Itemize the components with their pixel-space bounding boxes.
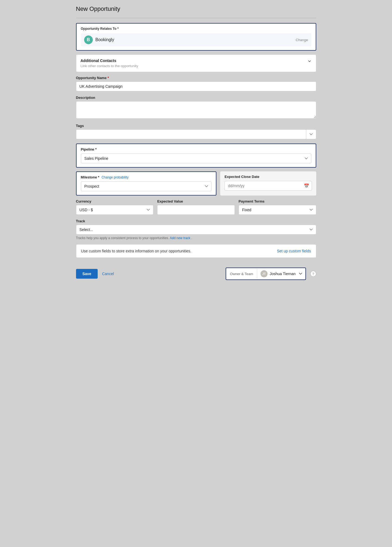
expected-value-input[interactable] (157, 205, 235, 215)
tags-section: Tags (76, 124, 316, 139)
opportunity-name-label: Opportunity Name * (76, 76, 316, 80)
currency-select[interactable]: USD - $ (76, 205, 154, 215)
owner-team-section: Owner & Team JT Joshua Tiernan (226, 268, 306, 280)
close-date-input[interactable] (225, 181, 312, 191)
close-date-section: Expected Close Date 📅 (220, 171, 316, 196)
expected-value-field: Expected Value (157, 199, 235, 215)
change-probability-link[interactable]: Change probability (101, 175, 129, 179)
currency-label: Currency (76, 199, 154, 203)
footer-right: Owner & Team JT Joshua Tiernan ? (226, 268, 316, 280)
owner-team-label: Owner & Team (226, 269, 257, 279)
pipeline-label: Pipeline * (81, 147, 311, 151)
expected-value-label: Expected Value (157, 199, 235, 203)
tags-row (76, 129, 316, 139)
description-label: Description (76, 96, 316, 100)
company-name: Bookingly (95, 37, 114, 42)
opportunity-name-section: Opportunity Name * (76, 76, 316, 91)
payment-terms-field: Payment Terms Fixed (239, 199, 316, 215)
tracks-help-text: Tracks help you apply a consistent proce… (76, 236, 316, 240)
title-divider (76, 18, 316, 18)
description-input[interactable] (76, 101, 316, 119)
help-icon[interactable]: ? (310, 271, 316, 277)
pipeline-section: Pipeline * Sales Pipeline (76, 144, 316, 168)
page-title: New Opportunity (76, 5, 316, 12)
cancel-button[interactable]: Cancel (102, 272, 114, 276)
additional-contacts-subtitle: Link other contacts to the opportunity (81, 64, 138, 68)
milestone-section: Milestone * Change probability Prospect (76, 171, 217, 196)
additional-contacts-section[interactable]: Additional Contacts Link other contacts … (76, 54, 316, 72)
close-date-label: Expected Close Date (225, 175, 312, 179)
relates-to-row: B Bookingly Change (81, 33, 311, 46)
payment-terms-label: Payment Terms (239, 199, 316, 203)
tags-chevron-icon[interactable] (306, 130, 316, 139)
milestone-label: Milestone * (81, 175, 100, 179)
milestone-close-row: Milestone * Change probability Prospect … (76, 171, 316, 196)
pipeline-select[interactable]: Sales Pipeline (81, 154, 311, 163)
custom-fields-text: Use custom fields to store extra informa… (81, 249, 192, 253)
milestone-select[interactable]: Prospect (81, 181, 212, 191)
owner-name: Joshua Tiernan (270, 272, 296, 276)
relates-to-label: Opportunity Relates To * (81, 27, 311, 31)
track-section: Track Select... (76, 219, 316, 235)
opportunity-name-input[interactable] (76, 82, 316, 91)
date-input-wrap: 📅 (225, 181, 312, 191)
owner-select-wrap[interactable]: JT Joshua Tiernan (257, 268, 305, 279)
description-section: Description (76, 96, 316, 119)
footer-left: Save Cancel (76, 269, 114, 279)
owner-chevron-icon (299, 272, 302, 276)
change-relates-to-button[interactable]: Change (296, 38, 308, 42)
relates-to-left: B Bookingly (84, 35, 114, 44)
additional-contacts-title: Additional Contacts (81, 58, 138, 63)
add-new-track-link[interactable]: Add new track (170, 236, 190, 240)
save-button[interactable]: Save (76, 269, 98, 279)
company-avatar: B (84, 35, 93, 44)
owner-avatar: JT (261, 270, 268, 277)
relates-to-required: * (117, 27, 119, 31)
relates-to-section: Opportunity Relates To * B Bookingly Cha… (76, 23, 316, 51)
currency-field: Currency USD - $ (76, 199, 154, 215)
tags-input[interactable] (76, 130, 306, 139)
additional-contacts-chevron-icon[interactable] (307, 59, 312, 63)
payment-terms-select[interactable]: Fixed (239, 205, 316, 215)
track-select[interactable]: Select... (76, 225, 316, 235)
currency-value-terms-row: Currency USD - $ Expected Value Payment … (76, 199, 316, 215)
footer-bar: Save Cancel Owner & Team JT Joshua Tiern… (76, 263, 316, 285)
track-label: Track (76, 219, 316, 223)
tags-label: Tags (76, 124, 316, 128)
set-up-custom-fields-link[interactable]: Set up custom fields (277, 249, 311, 253)
custom-fields-banner: Use custom fields to store extra informa… (76, 244, 316, 258)
